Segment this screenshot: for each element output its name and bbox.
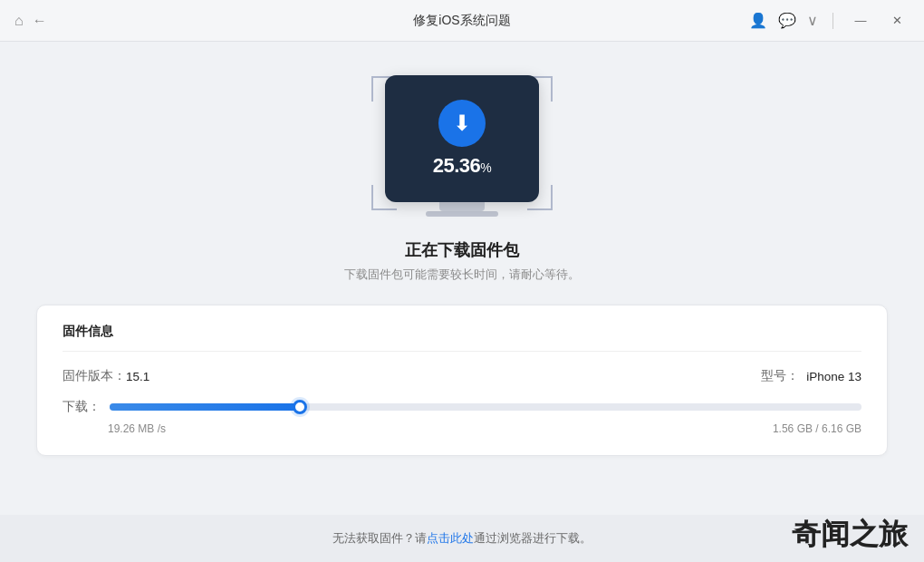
download-stats: 19.26 MB /s 1.56 GB / 6.16 GB — [63, 422, 861, 435]
browser-download-link[interactable]: 点击此处 — [427, 530, 474, 547]
bottom-bar: 无法获取固件？请 点击此处 通过浏览器进行下载。 — [0, 515, 924, 562]
firmware-model-value: iPhone 13 — [806, 370, 861, 383]
progress-bar-wrap — [110, 403, 861, 411]
user-icon[interactable]: 👤 — [749, 12, 767, 29]
download-progress: 1.56 GB / 6.16 GB — [773, 422, 861, 435]
progress-bar-fill — [110, 403, 300, 411]
download-label: 下载： — [63, 399, 101, 415]
firmware-card-title: 固件信息 — [63, 324, 861, 352]
download-speed: 19.26 MB /s — [108, 422, 166, 435]
monitor-screen: ⬇ 25.36% — [385, 75, 539, 202]
title-bar: ⌂ ← 修复iOS系统问题 👤 💬 ∨ — ✕ — [0, 0, 924, 42]
window-title: 修复iOS系统问题 — [413, 13, 510, 29]
download-circle-icon: ⬇ — [438, 100, 486, 147]
monitor-area: ⬇ 25.36% — [344, 69, 580, 223]
firmware-card: 固件信息 固件版本： 15.1 型号： iPhone 13 下载： 19.26 … — [36, 305, 888, 456]
main-content: ⬇ 25.36% 正在下载固件包 下载固件包可能需要较长时间，请耐心等待。 固件… — [0, 42, 924, 515]
status-subtitle: 下载固件包可能需要较长时间，请耐心等待。 — [344, 266, 580, 283]
minimize-button[interactable]: — — [848, 8, 873, 34]
bottom-bar-text: 无法获取固件？请 — [332, 530, 427, 547]
title-bar-right: 👤 💬 ∨ — ✕ — [749, 8, 910, 34]
firmware-version-value: 15.1 — [126, 370, 149, 383]
chat-icon[interactable]: 💬 — [778, 12, 796, 29]
monitor-wrapper: ⬇ 25.36% — [385, 75, 539, 217]
status-title: 正在下载固件包 — [405, 239, 519, 261]
download-row: 下载： — [63, 399, 861, 415]
firmware-version-row: 固件版本： 15.1 型号： iPhone 13 — [63, 368, 861, 384]
download-arrow-icon: ⬇ — [453, 112, 471, 134]
progress-dot — [293, 400, 307, 414]
back-icon[interactable]: ← — [33, 13, 47, 29]
monitor-stand — [439, 202, 485, 211]
home-icon[interactable]: ⌂ — [14, 13, 24, 29]
monitor-base — [426, 211, 498, 217]
bottom-bar-text-after: 通过浏览器进行下载。 — [474, 530, 592, 547]
close-button[interactable]: ✕ — [884, 8, 910, 34]
divider — [833, 13, 833, 29]
firmware-version-label: 固件版本： — [63, 368, 126, 384]
chevron-down-icon[interactable]: ∨ — [807, 12, 818, 29]
firmware-model-label: 型号： — [761, 368, 799, 384]
title-bar-left: ⌂ ← — [14, 13, 47, 29]
progress-percent-display: 25.36% — [433, 154, 492, 178]
